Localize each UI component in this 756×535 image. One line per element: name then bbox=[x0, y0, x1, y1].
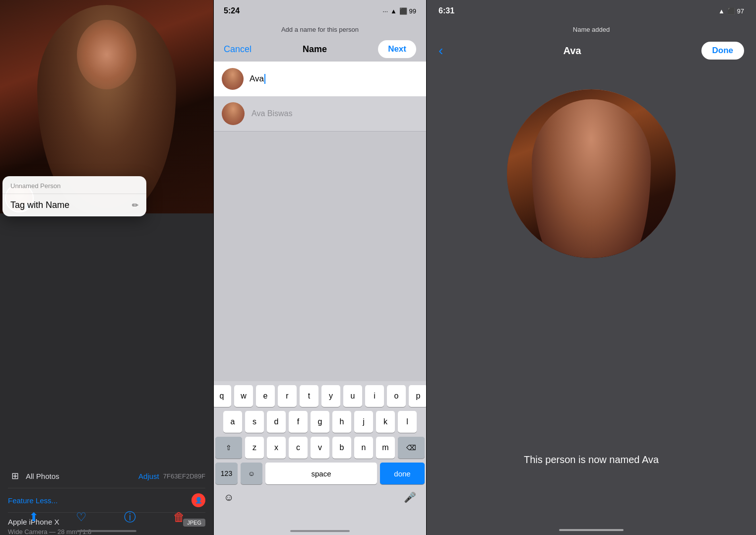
keyboard-row-2: a s d f g h j k l bbox=[214, 407, 426, 433]
tag-with-name-item[interactable]: Tag with Name ✏ bbox=[2, 194, 146, 216]
panel-1-photo-detail: i Unnamed Person Tag with Name ✏ ⊞ All P… bbox=[0, 0, 213, 535]
key-done[interactable]: done bbox=[380, 463, 425, 484]
camera-roll-icon: ⊞ bbox=[8, 469, 22, 483]
key-h[interactable]: h bbox=[332, 411, 351, 433]
home-indicator-p3 bbox=[559, 529, 624, 531]
search-avatar-image bbox=[222, 68, 244, 90]
subtitle-text: Add a name for this person bbox=[281, 26, 359, 33]
key-c[interactable]: c bbox=[289, 437, 308, 459]
key-f[interactable]: f bbox=[289, 411, 308, 433]
subtitle-bar: Add a name for this person bbox=[214, 22, 426, 37]
trash-icon[interactable]: 🗑 bbox=[173, 510, 185, 524]
keyboard-row-1: q w e r t y u i o p bbox=[214, 381, 426, 407]
suggestion-avatar bbox=[222, 102, 245, 125]
circle-photo-content bbox=[507, 89, 676, 258]
hash-value: 7F63EF2D89F bbox=[163, 472, 205, 480]
cancel-button[interactable]: Cancel bbox=[224, 44, 252, 55]
next-button[interactable]: Next bbox=[378, 40, 416, 58]
search-area: Ava bbox=[214, 62, 426, 96]
heart-icon[interactable]: ♡ bbox=[76, 510, 87, 524]
bottom-toolbar: ⬆ ♡ ⓘ 🗑 bbox=[0, 509, 213, 525]
key-l[interactable]: l bbox=[398, 411, 417, 433]
info-icon[interactable]: ⓘ bbox=[124, 509, 136, 525]
suggestion-avatar-image bbox=[222, 102, 245, 125]
home-indicator bbox=[77, 530, 136, 532]
name-added-bar: Name added bbox=[427, 22, 756, 37]
emoji-icon[interactable]: ☺ bbox=[218, 488, 240, 507]
context-menu-header: Unnamed Person bbox=[2, 176, 146, 194]
key-w[interactable]: w bbox=[234, 385, 253, 407]
home-indicator bbox=[290, 530, 350, 532]
status-icons: ··· ▲ ⬛ 99 bbox=[382, 7, 416, 15]
mic-icon[interactable]: 🎤 bbox=[398, 487, 422, 507]
key-q[interactable]: q bbox=[213, 385, 231, 407]
key-shift[interactable]: ⇧ bbox=[215, 437, 242, 459]
confirmation-text: This person is now named Ava bbox=[427, 454, 756, 466]
nav-bar-p3: ‹ Ava Done bbox=[427, 37, 756, 65]
key-b[interactable]: b bbox=[332, 437, 351, 459]
key-m[interactable]: m bbox=[376, 437, 395, 459]
suggestion-first-name: Ava bbox=[252, 109, 265, 118]
feature-less-label[interactable]: Feature Less... bbox=[8, 496, 58, 505]
photo-face bbox=[77, 20, 136, 89]
key-t[interactable]: t bbox=[300, 385, 318, 407]
key-k[interactable]: k bbox=[376, 411, 395, 433]
key-s[interactable]: s bbox=[245, 411, 264, 433]
input-text: Ava bbox=[250, 74, 264, 84]
wifi-icon: ▲ bbox=[390, 7, 397, 15]
feature-icon: 👤 bbox=[191, 493, 205, 507]
confirmation-message: This person is now named Ava bbox=[524, 454, 659, 465]
keyboard-row-3: ⇧ z x c v b n m ⌫ bbox=[214, 433, 426, 459]
context-menu: Unnamed Person Tag with Name ✏ bbox=[2, 176, 146, 216]
key-x[interactable]: x bbox=[267, 437, 286, 459]
status-time-p3: 6:31 bbox=[439, 6, 454, 15]
key-delete[interactable]: ⌫ bbox=[398, 437, 425, 459]
search-avatar bbox=[222, 68, 244, 90]
suggestion-last-name: Biswas bbox=[267, 109, 293, 118]
signal-icon: ··· bbox=[382, 7, 388, 15]
key-z[interactable]: z bbox=[245, 437, 264, 459]
key-u[interactable]: u bbox=[343, 385, 362, 407]
suggestion-name: Ava Biswas bbox=[252, 109, 292, 118]
name-added-text: Name added bbox=[573, 26, 610, 33]
panel-2-name-entry: 5:24 ··· ▲ ⬛ 99 Add a name for this pers… bbox=[213, 0, 427, 535]
all-photos-row[interactable]: ⊞ All Photos Adjust 7F63EF2D89F bbox=[8, 464, 205, 488]
key-emoji[interactable]: ☺ bbox=[241, 463, 262, 484]
battery-icon: ⬛ 99 bbox=[399, 7, 416, 15]
battery-icon-p3: ⬛ 97 bbox=[727, 7, 744, 15]
key-g[interactable]: g bbox=[311, 411, 329, 433]
done-button[interactable]: Done bbox=[701, 42, 745, 60]
key-i[interactable]: i bbox=[365, 385, 384, 407]
nav-title: Name bbox=[303, 44, 327, 55]
photo-figure bbox=[532, 99, 651, 258]
status-icons-p3: ▲ ⬛ 97 bbox=[718, 7, 744, 15]
key-r[interactable]: r bbox=[278, 385, 297, 407]
share-icon[interactable]: ⬆ bbox=[29, 510, 39, 524]
key-y[interactable]: y bbox=[321, 385, 340, 407]
key-n[interactable]: n bbox=[354, 437, 373, 459]
keyboard: q w e r t y u i o p a s d f g h j k l ⇧ … bbox=[214, 381, 426, 535]
key-123[interactable]: 123 bbox=[215, 463, 238, 484]
wifi-icon-p3: ▲ bbox=[718, 7, 725, 15]
status-bar-p3: 6:31 ▲ ⬛ 97 bbox=[427, 0, 756, 22]
key-space[interactable]: space bbox=[265, 463, 377, 484]
key-d[interactable]: d bbox=[267, 411, 286, 433]
nav-title-p3: Ava bbox=[563, 45, 581, 57]
keyboard-bottom-icons: ☺ 🎤 bbox=[214, 484, 426, 507]
key-v[interactable]: v bbox=[311, 437, 329, 459]
panel-3-name-added: 6:31 ▲ ⬛ 97 Name added ‹ Ava Done This p… bbox=[427, 0, 756, 535]
key-e[interactable]: e bbox=[256, 385, 275, 407]
key-o[interactable]: o bbox=[387, 385, 406, 407]
status-time: 5:24 bbox=[224, 6, 240, 15]
key-a[interactable]: a bbox=[223, 411, 242, 433]
status-bar: 5:24 ··· ▲ ⬛ 99 bbox=[214, 0, 426, 22]
suggestion-section: Ava Biswas bbox=[214, 96, 426, 132]
adjust-link[interactable]: Adjust bbox=[138, 472, 159, 480]
input-display[interactable]: Ava bbox=[250, 74, 418, 84]
key-p[interactable]: p bbox=[409, 385, 427, 407]
keyboard-row-4: 123 ☺ space done bbox=[214, 459, 426, 484]
nav-bar: Cancel Name Next bbox=[214, 37, 426, 62]
suggestion-item-ava-biswas[interactable]: Ava Biswas bbox=[214, 96, 426, 132]
key-j[interactable]: j bbox=[354, 411, 373, 433]
back-button[interactable]: ‹ bbox=[439, 43, 443, 59]
